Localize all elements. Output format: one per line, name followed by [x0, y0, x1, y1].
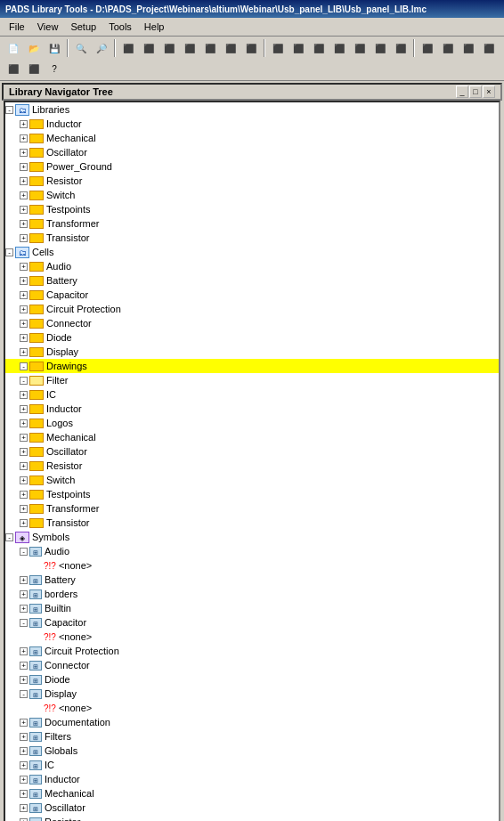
expand-btn-12[interactable]: +	[20, 263, 28, 271]
tree-item-8[interactable]: +Testpoints	[5, 202, 499, 216]
expand-btn-29[interactable]: +	[20, 505, 28, 513]
tree-item-23[interactable]: +Logos	[5, 416, 499, 430]
tree-item-4[interactable]: +Oscillator	[5, 145, 499, 159]
tree-item-27[interactable]: +Switch	[5, 473, 499, 487]
expand-btn-51[interactable]: +	[20, 818, 28, 822]
expand-btn-26[interactable]: +	[20, 462, 28, 470]
expand-btn-31[interactable]: -	[5, 533, 13, 541]
tree-item-11[interactable]: -🗂Cells	[5, 245, 499, 259]
expand-btn-37[interactable]: -	[20, 619, 28, 627]
expand-btn-46[interactable]: +	[20, 747, 28, 755]
tree-container[interactable]: -🗂Libraries+Inductor+Mechanical+Oscillat…	[4, 101, 500, 821]
expand-btn-45[interactable]: +	[20, 733, 28, 741]
expand-btn-3[interactable]: +	[20, 134, 28, 142]
expand-btn-11[interactable]: -	[5, 248, 13, 256]
menu-help[interactable]: Help	[139, 20, 170, 34]
expand-btn-36[interactable]: +	[20, 605, 28, 613]
tree-item-43[interactable]: ?!?<none>	[5, 701, 499, 715]
expand-btn-27[interactable]: +	[20, 476, 28, 484]
expand-btn-50[interactable]: +	[20, 804, 28, 812]
tb21[interactable]: ⬛	[4, 59, 23, 78]
tree-item-6[interactable]: +Resistor	[5, 174, 499, 188]
tree-item-50[interactable]: +⊞Oscillator	[5, 801, 499, 815]
expand-btn-16[interactable]: +	[20, 320, 28, 328]
tb23[interactable]: ?	[45, 59, 64, 78]
tree-item-2[interactable]: +Inductor	[5, 117, 499, 131]
tb3[interactable]: ⬛	[118, 38, 138, 58]
tree-item-29[interactable]: +Transformer	[5, 501, 499, 516]
tb4[interactable]: ⬛	[139, 38, 159, 58]
tree-item-33[interactable]: ?!?<none>	[5, 558, 499, 573]
tree-item-51[interactable]: +⊞Resistor	[5, 815, 499, 821]
expand-btn-2[interactable]: +	[20, 120, 28, 128]
tree-item-49[interactable]: +⊞Mechanical	[5, 786, 499, 801]
tb8[interactable]: ⬛	[221, 38, 240, 58]
tb7[interactable]: ⬛	[200, 38, 220, 58]
tree-item-13[interactable]: +Battery	[5, 273, 499, 288]
expand-btn-25[interactable]: +	[20, 448, 28, 456]
tb6[interactable]: ⬛	[180, 38, 199, 58]
tb12[interactable]: ⬛	[309, 38, 329, 58]
tree-item-46[interactable]: +⊞Globals	[5, 744, 499, 758]
tree-item-19[interactable]: -Drawings	[5, 359, 499, 373]
maximize-btn[interactable]: □	[469, 85, 482, 98]
expand-btn-18[interactable]: +	[20, 348, 28, 356]
tb20[interactable]: ⬛	[479, 38, 499, 58]
tb11[interactable]: ⬛	[289, 38, 308, 58]
expand-btn-20[interactable]: -	[20, 377, 28, 385]
expand-btn-6[interactable]: +	[20, 177, 28, 185]
expand-btn-19[interactable]: -	[20, 362, 28, 370]
tree-item-5[interactable]: +Power_Ground	[5, 159, 499, 174]
tree-item-17[interactable]: +Diode	[5, 330, 499, 345]
expand-btn-14[interactable]: +	[20, 291, 28, 299]
menu-tools[interactable]: Tools	[103, 20, 137, 34]
close-btn[interactable]: ×	[483, 85, 495, 98]
expand-btn-47[interactable]: +	[20, 761, 28, 769]
expand-btn-9[interactable]: +	[20, 220, 28, 228]
find-btn[interactable]: 🔍	[71, 38, 91, 58]
expand-btn-34[interactable]: +	[20, 576, 28, 584]
expand-btn-48[interactable]: +	[20, 776, 28, 784]
expand-btn-22[interactable]: +	[20, 405, 28, 413]
tb19[interactable]: ⬛	[459, 38, 478, 58]
tree-item-22[interactable]: +Inductor	[5, 402, 499, 416]
tree-item-37[interactable]: -⊞Capacitor	[5, 615, 499, 630]
tree-item-16[interactable]: +Connector	[5, 316, 499, 330]
tree-item-10[interactable]: +Transistor	[5, 231, 499, 245]
save-btn[interactable]: 💾	[45, 38, 64, 58]
tree-item-42[interactable]: -⊞Display	[5, 687, 499, 701]
menu-file[interactable]: File	[4, 20, 30, 34]
expand-btn-42[interactable]: -	[20, 690, 28, 698]
tb16[interactable]: ⬛	[391, 38, 411, 58]
tb5[interactable]: ⬛	[159, 38, 179, 58]
expand-btn-23[interactable]: +	[20, 419, 28, 427]
tree-item-36[interactable]: +⊞Builtin	[5, 601, 499, 615]
new-btn[interactable]: 📄	[4, 38, 23, 58]
tree-item-34[interactable]: +⊞Battery	[5, 573, 499, 587]
expand-btn-41[interactable]: +	[20, 676, 28, 684]
expand-btn-24[interactable]: +	[20, 434, 28, 442]
expand-btn-39[interactable]: +	[20, 647, 28, 655]
tree-item-45[interactable]: +⊞Filters	[5, 729, 499, 744]
expand-btn-17[interactable]: +	[20, 334, 28, 342]
tree-item-26[interactable]: +Resistor	[5, 459, 499, 473]
expand-btn-15[interactable]: +	[20, 305, 28, 313]
expand-btn-32[interactable]: -	[20, 548, 28, 556]
tree-item-12[interactable]: +Audio	[5, 259, 499, 273]
tree-item-28[interactable]: +Testpoints	[5, 487, 499, 501]
minimize-btn[interactable]: _	[456, 85, 468, 98]
tb9[interactable]: ⬛	[241, 38, 261, 58]
expand-btn-30[interactable]: +	[20, 519, 28, 527]
tb15[interactable]: ⬛	[370, 38, 390, 58]
tree-item-24[interactable]: +Mechanical	[5, 430, 499, 444]
tree-item-32[interactable]: -⊞Audio	[5, 544, 499, 558]
expand-btn-8[interactable]: +	[20, 206, 28, 214]
expand-btn-13[interactable]: +	[20, 277, 28, 285]
tree-item-44[interactable]: +⊞Documentation	[5, 715, 499, 729]
tb22[interactable]: ⬛	[24, 59, 44, 78]
expand-btn-1[interactable]: -	[5, 106, 13, 114]
tb13[interactable]: ⬛	[329, 38, 349, 58]
tb18[interactable]: ⬛	[438, 38, 458, 58]
expand-btn-4[interactable]: +	[20, 149, 28, 157]
tree-item-31[interactable]: -◈Symbols	[5, 530, 499, 544]
